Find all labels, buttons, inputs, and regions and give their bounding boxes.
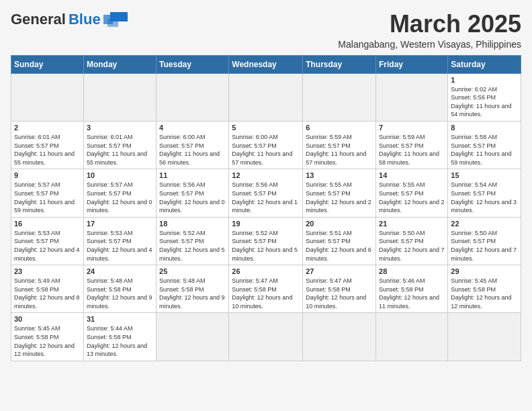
calendar-day-cell bbox=[376, 313, 448, 361]
calendar-day-cell: 3Sunrise: 6:01 AMSunset: 5:57 PMDaylight… bbox=[83, 121, 156, 169]
calendar-day-cell: 20Sunrise: 5:51 AMSunset: 5:57 PMDayligh… bbox=[303, 217, 376, 265]
day-number: 25 bbox=[159, 267, 226, 275]
calendar-day-cell: 18Sunrise: 5:52 AMSunset: 5:57 PMDayligh… bbox=[157, 217, 229, 265]
day-info: Sunrise: 5:44 AMSunset: 5:58 PMDaylight:… bbox=[87, 324, 153, 358]
day-info: Sunrise: 5:50 AMSunset: 5:57 PMDaylight:… bbox=[451, 229, 518, 263]
calendar-day-cell bbox=[303, 313, 376, 361]
calendar-day-cell: 28Sunrise: 5:46 AMSunset: 5:58 PMDayligh… bbox=[376, 265, 448, 313]
day-info: Sunrise: 6:00 AMSunset: 5:57 PMDaylight:… bbox=[232, 133, 300, 167]
weekday-header: Saturday bbox=[448, 55, 521, 73]
calendar-day-cell: 6Sunrise: 5:59 AMSunset: 5:57 PMDaylight… bbox=[303, 121, 376, 169]
weekday-header: Monday bbox=[83, 55, 156, 73]
day-number: 4 bbox=[159, 124, 226, 132]
day-info: Sunrise: 5:47 AMSunset: 5:58 PMDaylight:… bbox=[232, 277, 300, 310]
day-number: 2 bbox=[14, 124, 81, 132]
day-info: Sunrise: 5:57 AMSunset: 5:57 PMDaylight:… bbox=[14, 181, 81, 214]
calendar-day-cell: 7Sunrise: 5:59 AMSunset: 5:57 PMDaylight… bbox=[376, 121, 448, 169]
day-info: Sunrise: 5:46 AMSunset: 5:58 PMDaylight:… bbox=[379, 277, 445, 310]
day-number: 13 bbox=[306, 171, 373, 179]
day-number: 7 bbox=[379, 124, 445, 132]
weekday-header: Thursday bbox=[303, 55, 376, 73]
day-number: 23 bbox=[14, 267, 81, 275]
day-number: 3 bbox=[87, 124, 153, 132]
calendar-day-cell: 27Sunrise: 5:47 AMSunset: 5:58 PMDayligh… bbox=[303, 265, 376, 313]
day-info: Sunrise: 5:56 AMSunset: 5:57 PMDaylight:… bbox=[232, 181, 300, 214]
day-info: Sunrise: 5:51 AMSunset: 5:57 PMDaylight:… bbox=[306, 229, 373, 263]
calendar-day-cell: 30Sunrise: 5:45 AMSunset: 5:58 PMDayligh… bbox=[11, 313, 84, 361]
day-number: 10 bbox=[87, 171, 153, 179]
day-info: Sunrise: 5:52 AMSunset: 5:57 PMDaylight:… bbox=[159, 229, 226, 263]
logo: General Blue bbox=[11, 11, 128, 28]
day-number: 27 bbox=[306, 267, 373, 275]
calendar-day-cell bbox=[229, 313, 303, 361]
day-number: 16 bbox=[14, 220, 81, 228]
day-info: Sunrise: 5:47 AMSunset: 5:58 PMDaylight:… bbox=[306, 277, 373, 310]
calendar-day-cell: 26Sunrise: 5:47 AMSunset: 5:58 PMDayligh… bbox=[229, 265, 303, 313]
calendar-day-cell: 24Sunrise: 5:48 AMSunset: 5:58 PMDayligh… bbox=[83, 265, 156, 313]
calendar-day-cell: 9Sunrise: 5:57 AMSunset: 5:57 PMDaylight… bbox=[11, 169, 84, 217]
calendar-day-cell: 31Sunrise: 5:44 AMSunset: 5:58 PMDayligh… bbox=[83, 313, 156, 361]
calendar-day-cell: 12Sunrise: 5:56 AMSunset: 5:57 PMDayligh… bbox=[229, 169, 303, 217]
calendar-day-cell: 4Sunrise: 6:00 AMSunset: 5:57 PMDaylight… bbox=[157, 121, 229, 169]
calendar-day-cell: 8Sunrise: 5:58 AMSunset: 5:57 PMDaylight… bbox=[448, 121, 521, 169]
day-number: 11 bbox=[159, 171, 226, 179]
day-number: 20 bbox=[306, 220, 373, 228]
day-number: 15 bbox=[451, 171, 518, 179]
weekday-header: Friday bbox=[376, 55, 448, 73]
day-number: 1 bbox=[451, 76, 518, 84]
calendar-day-cell bbox=[376, 73, 448, 121]
title-area: March 2025 Malangabang, Western Visayas,… bbox=[338, 11, 521, 50]
calendar-day-cell: 17Sunrise: 5:53 AMSunset: 5:57 PMDayligh… bbox=[83, 217, 156, 265]
weekday-header-row: SundayMondayTuesdayWednesdayThursdayFrid… bbox=[11, 55, 521, 73]
calendar-day-cell bbox=[157, 73, 229, 121]
day-number: 18 bbox=[159, 220, 226, 228]
day-info: Sunrise: 6:01 AMSunset: 5:57 PMDaylight:… bbox=[14, 133, 81, 167]
day-info: Sunrise: 5:59 AMSunset: 5:57 PMDaylight:… bbox=[306, 133, 373, 167]
logo-icon bbox=[103, 12, 128, 27]
day-info: Sunrise: 6:00 AMSunset: 5:57 PMDaylight:… bbox=[159, 133, 226, 167]
calendar-week-row: 2Sunrise: 6:01 AMSunset: 5:57 PMDaylight… bbox=[11, 121, 521, 169]
calendar-day-cell: 2Sunrise: 6:01 AMSunset: 5:57 PMDaylight… bbox=[11, 121, 84, 169]
day-number: 19 bbox=[232, 220, 300, 228]
day-info: Sunrise: 5:55 AMSunset: 5:57 PMDaylight:… bbox=[379, 181, 445, 214]
day-info: Sunrise: 5:59 AMSunset: 5:57 PMDaylight:… bbox=[379, 133, 445, 167]
day-number: 17 bbox=[87, 220, 153, 228]
day-info: Sunrise: 5:53 AMSunset: 5:57 PMDaylight:… bbox=[14, 229, 81, 263]
calendar-day-cell: 29Sunrise: 5:45 AMSunset: 5:58 PMDayligh… bbox=[448, 265, 521, 313]
day-info: Sunrise: 5:53 AMSunset: 5:57 PMDaylight:… bbox=[87, 229, 153, 263]
day-number: 29 bbox=[451, 267, 518, 275]
day-info: Sunrise: 5:57 AMSunset: 5:57 PMDaylight:… bbox=[87, 181, 153, 214]
calendar-day-cell bbox=[83, 73, 156, 121]
calendar-week-row: 30Sunrise: 5:45 AMSunset: 5:58 PMDayligh… bbox=[11, 313, 521, 361]
calendar-day-cell: 15Sunrise: 5:54 AMSunset: 5:57 PMDayligh… bbox=[448, 169, 521, 217]
calendar-day-cell: 16Sunrise: 5:53 AMSunset: 5:57 PMDayligh… bbox=[11, 217, 84, 265]
day-number: 24 bbox=[87, 267, 153, 275]
day-number: 22 bbox=[451, 220, 518, 228]
day-info: Sunrise: 6:01 AMSunset: 5:57 PMDaylight:… bbox=[87, 133, 153, 167]
calendar-table: SundayMondayTuesdayWednesdayThursdayFrid… bbox=[11, 55, 521, 361]
day-number: 30 bbox=[14, 315, 81, 323]
svg-marker-2 bbox=[107, 19, 118, 27]
day-number: 5 bbox=[232, 124, 300, 132]
calendar-day-cell bbox=[448, 313, 521, 361]
calendar-day-cell bbox=[229, 73, 303, 121]
calendar-day-cell: 22Sunrise: 5:50 AMSunset: 5:57 PMDayligh… bbox=[448, 217, 521, 265]
calendar-day-cell: 11Sunrise: 5:56 AMSunset: 5:57 PMDayligh… bbox=[157, 169, 229, 217]
calendar-week-row: 23Sunrise: 5:49 AMSunset: 5:58 PMDayligh… bbox=[11, 265, 521, 313]
day-info: Sunrise: 5:55 AMSunset: 5:57 PMDaylight:… bbox=[306, 181, 373, 214]
weekday-header: Sunday bbox=[11, 55, 84, 73]
day-info: Sunrise: 5:58 AMSunset: 5:57 PMDaylight:… bbox=[451, 133, 518, 167]
day-number: 28 bbox=[379, 267, 445, 275]
calendar-week-row: 1Sunrise: 6:02 AMSunset: 5:56 PMDaylight… bbox=[11, 73, 521, 121]
calendar-day-cell bbox=[157, 313, 229, 361]
day-info: Sunrise: 5:45 AMSunset: 5:58 PMDaylight:… bbox=[451, 277, 518, 310]
calendar-day-cell: 13Sunrise: 5:55 AMSunset: 5:57 PMDayligh… bbox=[303, 169, 376, 217]
calendar-week-row: 16Sunrise: 5:53 AMSunset: 5:57 PMDayligh… bbox=[11, 217, 521, 265]
day-number: 9 bbox=[14, 171, 81, 179]
day-number: 14 bbox=[379, 171, 445, 179]
day-info: Sunrise: 5:49 AMSunset: 5:58 PMDaylight:… bbox=[14, 277, 81, 310]
day-number: 6 bbox=[306, 124, 373, 132]
calendar-day-cell: 10Sunrise: 5:57 AMSunset: 5:57 PMDayligh… bbox=[83, 169, 156, 217]
day-info: Sunrise: 5:48 AMSunset: 5:58 PMDaylight:… bbox=[87, 277, 153, 310]
calendar-week-row: 9Sunrise: 5:57 AMSunset: 5:57 PMDaylight… bbox=[11, 169, 521, 217]
